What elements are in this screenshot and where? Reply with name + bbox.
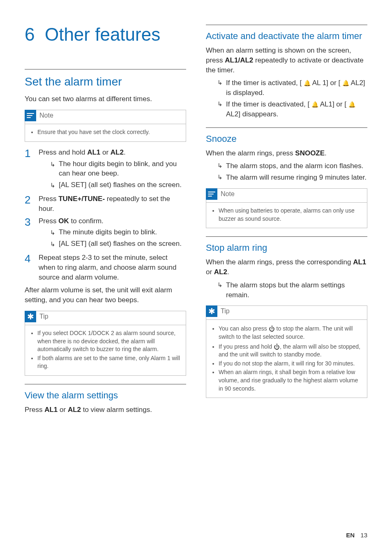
step-number: 4 — [25, 253, 33, 282]
heading-set-alarm: Set the alarm timer — [25, 69, 186, 88]
stop-result: ↳The alarm stops but the alarm settings … — [206, 280, 367, 300]
activate-result: ↳ If the timer is activated, [ 🔔 AL 1] o… — [206, 78, 367, 98]
tip-body: If you select DOCK 1/DOCK 2 as alarm sou… — [25, 325, 186, 375]
step-2: 2 Press TUNE+/TUNE- repeatedly to set th… — [25, 194, 186, 214]
arrow-icon: ↳ — [217, 281, 223, 300]
footer-lang: EN — [346, 532, 355, 539]
page: 6 Other features Set the alarm timer You… — [0, 0, 392, 555]
tip-box: ✱ Tip You can also press ⏻ to stop the a… — [206, 305, 367, 398]
note-body: Ensure that you have set the clock corre… — [25, 124, 186, 141]
power-icon: ⏻ — [274, 343, 280, 350]
tip-title: Tip — [221, 308, 230, 315]
step-body: Repeat steps 2-3 to set the minute, sele… — [39, 253, 186, 282]
arrow-icon: ↳ — [50, 228, 55, 237]
tip-title: Tip — [39, 313, 48, 320]
snooze-result: ↳The alarm stops, and the alarm icon fla… — [206, 161, 367, 171]
arrow-icon: ↳ — [217, 162, 223, 171]
arrow-icon: ↳ — [217, 100, 223, 119]
arrow-icon: ↳ — [217, 79, 223, 98]
bell-icon: 🔔 — [342, 80, 349, 86]
note-title: Note — [39, 112, 53, 119]
left-column: 6 Other features Set the alarm timer You… — [25, 25, 186, 539]
heading-stop: Stop alarm ring — [206, 236, 367, 253]
tip-item: You can also press ⏻ to stop the alarm. … — [219, 324, 362, 341]
chapter-title: 6 Other features — [25, 25, 186, 44]
tip-header: ✱ Tip — [206, 305, 367, 317]
chapter-number: 6 — [25, 24, 35, 44]
step-result: ↳The minute digits begin to blink. — [39, 227, 186, 237]
note-item: When using batteries to operate, alarms … — [219, 207, 362, 223]
note-box: Note When using batteries to operate, al… — [206, 188, 367, 228]
tip-icon: ✱ — [25, 311, 36, 322]
stop-text: When the alarm rings, press the correspo… — [206, 257, 367, 277]
tip-icon: ✱ — [206, 305, 217, 317]
step-result: ↳[AL SET] (all set) flashes on the scree… — [39, 180, 186, 190]
heading-activate: Activate and deactivate the alarm timer — [206, 25, 367, 42]
arrow-icon: ↳ — [217, 173, 223, 183]
note-box: Note Ensure that you have set the clock … — [25, 110, 186, 142]
arrow-icon: ↳ — [50, 240, 55, 249]
step-body: Press TUNE+/TUNE- repeatedly to set the … — [39, 194, 186, 214]
tip-box: ✱ Tip If you select DOCK 1/DOCK 2 as ala… — [25, 311, 186, 376]
step-result: ↳The hour digits begin to blink, and you… — [39, 159, 186, 179]
step-body: Press OK to confirm. ↳The minute digits … — [39, 216, 186, 250]
view-settings-text: Press AL1 or AL2 to view alarm settings. — [25, 405, 186, 415]
tip-body: You can also press ⏻ to stop the alarm. … — [206, 319, 367, 398]
note-body: When using batteries to operate, alarms … — [206, 202, 367, 228]
bell-icon: 🔔 — [348, 101, 355, 108]
tip-item: When an alarm rings, it shall begin from… — [219, 368, 362, 393]
bell-icon: 🔔 — [304, 80, 311, 86]
step-1: 1 Press and hold AL1 or AL2. ↳The hour d… — [25, 148, 186, 192]
note-icon — [206, 188, 217, 200]
step-result: ↳[AL SET] (all set) flashes on the scree… — [39, 239, 186, 249]
step-body: Press and hold AL1 or AL2. ↳The hour dig… — [39, 148, 186, 192]
snooze-result: ↳The alarm will resume ringing 9 minutes… — [206, 173, 367, 183]
tip-item: If both alarms are set to the same time,… — [37, 354, 181, 370]
step-3: 3 Press OK to confirm. ↳The minute digit… — [25, 216, 186, 250]
tip-item: If you press and hold ⏻, the alarm will … — [219, 342, 362, 359]
heading-view-settings: View the alarm settings — [25, 384, 186, 401]
arrow-icon: ↳ — [50, 181, 55, 190]
note-item: Ensure that you have set the clock corre… — [37, 128, 181, 136]
bell-icon: 🔔 — [311, 101, 318, 108]
note-header: Note — [206, 188, 367, 200]
arrow-icon: ↳ — [50, 160, 55, 179]
columns: 6 Other features Set the alarm timer You… — [25, 25, 367, 539]
note-title: Note — [221, 190, 235, 198]
activate-text: When an alarm setting is shown on the sc… — [206, 46, 367, 75]
chapter-text: Other features — [45, 24, 160, 44]
right-column: Activate and deactivate the alarm timer … — [206, 25, 367, 539]
power-icon: ⏻ — [269, 325, 275, 332]
tip-header: ✱ Tip — [25, 311, 186, 322]
after-steps: After alarm volume is set, the unit will… — [25, 285, 186, 305]
snooze-text: When the alarm rings, press SNOOZE. — [206, 148, 367, 158]
heading-snooze: Snooze — [206, 127, 367, 144]
set-alarm-intro: You can set two alarms at different time… — [25, 94, 186, 104]
page-footer: EN 13 — [346, 532, 367, 539]
step-number: 3 — [25, 216, 33, 250]
tip-item: If you do not stop the alarm, it will ri… — [219, 360, 362, 368]
activate-result: ↳ If the timer is deactivated, [ 🔔 AL1] … — [206, 99, 367, 119]
tip-item: If you select DOCK 1/DOCK 2 as alarm sou… — [37, 329, 181, 354]
step-number: 2 — [25, 194, 33, 214]
step-number: 1 — [25, 148, 33, 192]
footer-page: 13 — [360, 532, 367, 539]
step-4: 4 Repeat steps 2-3 to set the minute, se… — [25, 253, 186, 282]
note-header: Note — [25, 110, 186, 121]
note-icon — [25, 110, 36, 121]
